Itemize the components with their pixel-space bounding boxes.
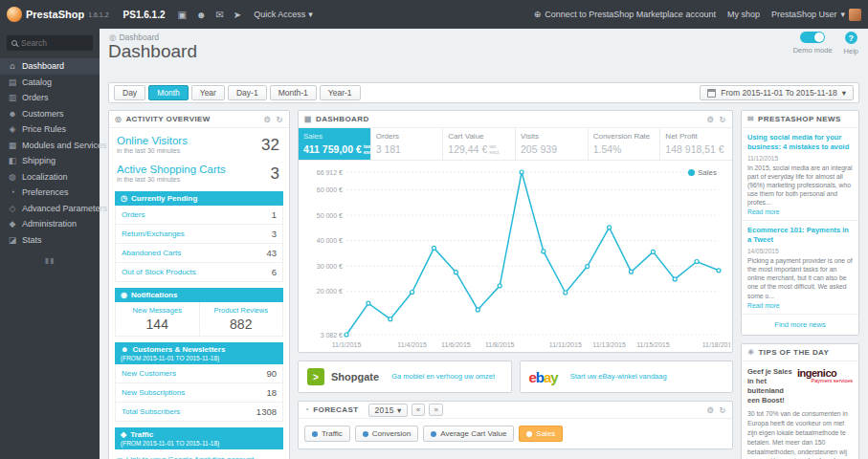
my-shop-link[interactable]: My shop — [727, 10, 760, 19]
news-article-headline[interactable]: Using social media for your business: 4 … — [747, 133, 853, 152]
customers-notification-icon[interactable]: ☻ — [196, 10, 207, 20]
kpi-sales[interactable]: Sales 411 759,00 €tax excl. — [299, 128, 371, 160]
merchant-expertise-icon[interactable]: ➤ — [234, 10, 241, 20]
help-control: ? Help — [844, 32, 858, 55]
ebay-promo: ebay Start uw eBay-winkel vandaag — [520, 361, 734, 393]
gear-icon[interactable]: ⚙ — [706, 405, 714, 415]
news-article: Ecommerce 101: Payments in a Tweet 14/05… — [742, 221, 858, 314]
collapse-menu-button[interactable]: ▮▮ — [0, 256, 100, 265]
active-carts-link[interactable]: Active Shopping Carts — [117, 164, 281, 175]
out-of-stock-row[interactable]: Out of Stock Products6 — [116, 263, 282, 281]
panel-title: TIPS OF THE DAY — [759, 348, 830, 357]
forecast-toggle-conversion[interactable]: Conversion — [355, 426, 418, 442]
activity-overview-panel: ◎ ACTIVITY OVERVIEW ⚙↻ Online Visitors i… — [108, 110, 290, 459]
date-filter-year[interactable]: Year — [191, 85, 225, 100]
new-messages-cell[interactable]: New Messages 144 — [116, 302, 199, 336]
svg-text:50 000 €: 50 000 € — [317, 212, 343, 219]
google-analytics-link[interactable]: ∞ Link to your Google Analytics account — [109, 449, 289, 459]
right-column: ✉ PRESTASHOP NEWS Using social media for… — [741, 110, 859, 459]
read-more-link[interactable]: Read more — [747, 208, 853, 215]
sidebar-item-administration[interactable]: ◆Administration — [0, 216, 100, 232]
sidebar-item-catalog[interactable]: ▤Catalog — [0, 75, 100, 91]
ebay-promo-link[interactable]: Start uw eBay-winkel vandaag — [570, 372, 667, 381]
sidebar-search[interactable] — [7, 35, 93, 51]
news-article-headline[interactable]: Ecommerce 101: Payments in a Tweet — [747, 226, 853, 245]
find-more-news-link[interactable]: Find more news — [742, 315, 858, 335]
tips-body: 30 tot 70% van de consumenten in Europa … — [742, 409, 858, 459]
sidebar-item-label: Localization — [22, 172, 68, 182]
date-filter-year-1[interactable]: Year-1 — [320, 85, 361, 100]
quick-access-menu[interactable]: Quick Access ▾ — [254, 10, 313, 19]
sidebar-item-preferences[interactable]: ◔Preferences — [0, 185, 100, 201]
forecast-next-button[interactable]: » — [429, 404, 443, 416]
forecast-toggle-average-cart-value[interactable]: Average Cart Value — [423, 426, 514, 442]
shopgate-promo-link[interactable]: Ga mobiel en verhoog uw omzet — [391, 372, 495, 381]
kpi-conversion-rate[interactable]: Conversion Rate 1.54% — [589, 128, 661, 160]
legend-label: Sales — [698, 168, 717, 177]
topbar-right: ⊕ Connect to PrestaShop Marketplace acco… — [534, 9, 868, 21]
tax-note: tax excl. — [489, 143, 505, 155]
refresh-icon[interactable]: ↻ — [719, 115, 726, 124]
news-article: Using social media for your business: 4 … — [742, 128, 858, 221]
sidebar-item-stats[interactable]: ◪Stats — [0, 232, 100, 249]
sidebar-item-advanced-parameters[interactable]: ◇Advanced Parameters — [0, 201, 100, 217]
shop-name-link[interactable]: PS1.6.1.2 — [123, 10, 166, 20]
demo-mode-toggle[interactable] — [800, 32, 825, 43]
refresh-icon[interactable]: ↻ — [719, 405, 726, 415]
gear-icon[interactable]: ⚙ — [706, 115, 714, 124]
ingenico-logo: ingenico Payment services — [797, 367, 853, 406]
caret-down-icon: ▾ — [308, 10, 313, 19]
prestashop-news-panel: ✉ PRESTASHOP NEWS Using social media for… — [741, 110, 859, 336]
dashboard-icon: ▦ — [304, 115, 312, 123]
user-menu[interactable]: PrestaShop User ▾ — [771, 9, 861, 21]
abandoned-carts-row[interactable]: Abandoned Carts43 — [116, 244, 282, 263]
date-filter-day-1[interactable]: Day-1 — [228, 85, 267, 100]
messages-notification-icon[interactable]: ✉ — [215, 10, 223, 20]
kpi-cart-value[interactable]: Cart Value 129,44 €tax excl. — [443, 128, 516, 160]
help-button[interactable]: ? — [845, 32, 857, 44]
date-filter-day[interactable]: Day — [114, 85, 145, 100]
gear-icon[interactable]: ⚙ — [263, 115, 271, 124]
forecast-toggle-sales[interactable]: Sales — [519, 426, 563, 442]
kpi-orders[interactable]: Orders 3 181 — [371, 128, 444, 160]
orders-notification-icon[interactable]: ▣ — [177, 10, 186, 20]
new-customers-row[interactable]: New Customers90 — [116, 364, 282, 383]
panel-title: FORECAST — [313, 405, 358, 414]
pending-returns-row[interactable]: Return/Exchanges3 — [116, 225, 282, 244]
kpi-visits[interactable]: Visits 205 939 — [516, 128, 589, 160]
tips-headline: Geef je Sales in het buitenland een Boos… — [747, 367, 793, 406]
sidebar-item-shipping[interactable]: ◧Shipping — [0, 153, 100, 169]
sidebar-item-orders[interactable]: ▥Orders — [0, 90, 100, 106]
sidebar-item-customers[interactable]: ☻Customers — [0, 106, 100, 122]
forecast-year-select[interactable]: 2015▾ — [368, 404, 407, 417]
online-visitors-link[interactable]: Online Visitors — [117, 135, 281, 146]
date-range-picker[interactable]: From 2015-11-01 To 2015-11-18 ▾ — [700, 85, 854, 100]
section-title: Notifications — [131, 291, 177, 299]
pending-orders-row[interactable]: Orders1 — [116, 206, 282, 225]
product-reviews-cell[interactable]: Product Reviews 882 — [199, 302, 283, 336]
total-subscribers-row[interactable]: Total Subscribers1308 — [116, 403, 282, 421]
traffic-icon: ◈ — [121, 430, 126, 439]
date-filter-month-1[interactable]: Month-1 — [270, 85, 317, 100]
marketplace-connect-link[interactable]: ⊕ Connect to PrestaShop Marketplace acco… — [534, 10, 716, 19]
customers-newsletters-rows: New Customers90 New Subscriptions18 Tota… — [115, 364, 283, 422]
sidebar-item-modules-and-services[interactable]: ▦Modules and Services — [0, 138, 100, 154]
forecast-toggle-traffic[interactable]: Traffic — [304, 426, 350, 442]
new-subscriptions-row[interactable]: New Subscriptions18 — [116, 383, 282, 403]
forecast-prev-button[interactable]: « — [412, 404, 426, 416]
refresh-icon[interactable]: ↻ — [276, 115, 283, 124]
dashboard-chart-panel: ▦ DASHBOARD ⚙↻ Sales 411 759,00 €tax exc… — [298, 110, 733, 353]
kpi-net-profit[interactable]: Net Profit 148 918,51 € — [660, 128, 732, 160]
sidebar-item-localization[interactable]: ◍Localization — [0, 169, 100, 186]
kpi-row: Sales 411 759,00 €tax excl. Orders 3 181… — [299, 128, 732, 161]
notifications-header: ◉ Notifications — [115, 288, 283, 302]
sidebar-item-dashboard[interactable]: ⌂Dashboard — [0, 58, 100, 75]
demo-mode-control: Demo mode — [793, 32, 833, 55]
date-filter-month[interactable]: Month — [148, 85, 189, 100]
prestashop-logo[interactable]: PrestaShop 1.6.1.2 — [0, 7, 116, 22]
sidebar-item-price-rules[interactable]: ◈Price Rules — [0, 121, 100, 138]
logo-text: PrestaShop — [26, 9, 84, 20]
read-more-link[interactable]: Read more — [747, 302, 853, 309]
series-dot — [363, 431, 368, 437]
search-input[interactable] — [21, 38, 88, 48]
